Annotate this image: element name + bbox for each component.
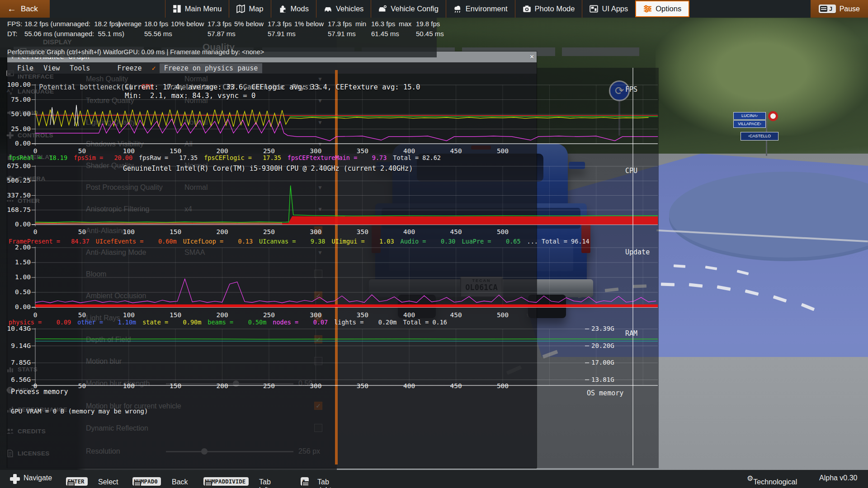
ui-apps-icon	[590, 5, 598, 13]
navigate-hint: Navigate	[24, 474, 52, 482]
window-body	[7, 74, 537, 469]
pause-label: Pause	[840, 5, 860, 13]
stat-fps-value: 17.3 fps	[328, 20, 352, 28]
key-chip-numpaddivide: NUMPADDIVIDE	[203, 477, 249, 486]
bottleneck-line: Potential bottleneck(s): GPU frameLimite…	[14, 75, 321, 99]
hint-label: Select	[98, 478, 118, 486]
menu-item-label: Vehicle Config	[391, 5, 439, 13]
menu-item-label: UI Apps	[602, 5, 628, 13]
window-menu-bar: File View Tools Freeze ✓ Freeze on physi…	[7, 62, 537, 74]
options-icon	[643, 5, 652, 13]
pause-key-icon: J	[819, 5, 836, 13]
stat-header: 10% below	[171, 20, 204, 28]
stat-dt-value: 57.91 ms	[328, 30, 356, 38]
stat-dt-value: 50.45 ms	[416, 30, 444, 38]
hint-label: Back	[172, 478, 188, 486]
direction-sign-castello: ‹ CASTELLO	[741, 132, 778, 141]
stat-header: min	[355, 20, 366, 28]
direction-sign-villapace: VILLAPACE ›	[733, 120, 766, 128]
vehicles-icon	[324, 5, 332, 13]
freeze-on-physics-pause-toggle[interactable]: Freeze on physics pause	[160, 63, 263, 73]
key-chip-enter: ENTER	[66, 477, 88, 486]
bottom-hint-bar: Navigate ⚙ Technological Alpha v0.30 ENT…	[0, 470, 868, 488]
stat-header: average	[117, 20, 142, 28]
keyboard-icon	[205, 481, 212, 487]
stat-fps-value: 16.3 fps	[371, 20, 395, 28]
back-label: Back	[21, 5, 38, 14]
menu-file[interactable]: File	[17, 64, 33, 72]
keyboard-icon	[134, 481, 141, 487]
direction-sign-lucina: LUCINA ›	[733, 112, 766, 120]
key-chip-numpad0: NUMPAD0	[132, 477, 161, 486]
options-scrollbar[interactable]	[335, 70, 338, 465]
menu-item-environment[interactable]: Environment	[446, 0, 515, 18]
stat-fps-value: 18.0 fps	[144, 20, 168, 28]
bottleneck-prefix: Potential bottleneck(s):	[39, 83, 141, 91]
key-chip-*: *	[301, 477, 309, 486]
top-menu: Main MenuMapModsVehiclesVehicle ConfigEn…	[165, 0, 689, 18]
ghost-quality-label: Quality	[203, 42, 235, 52]
hint-label: Tab right	[317, 478, 331, 488]
dt-main: 55.06 ms (unmanaged: 55.1 ms)	[24, 30, 124, 38]
menu-item-ui-apps[interactable]: UI Apps	[582, 0, 635, 18]
photo-mode-icon	[523, 5, 531, 13]
fps-key: FPS:	[7, 20, 22, 28]
environment-icon	[453, 5, 462, 13]
menu-view[interactable]: View	[43, 64, 60, 72]
menu-item-options[interactable]: Options	[635, 0, 689, 17]
menu-item-mods[interactable]: Mods	[271, 0, 316, 18]
menu-item-map[interactable]: Map	[229, 0, 270, 18]
stat-fps-value: 17.3 fps	[268, 20, 292, 28]
menu-item-label: Mods	[291, 5, 309, 13]
close-icon[interactable]: ✕	[530, 52, 534, 61]
mods-icon	[278, 5, 287, 13]
menu-item-label: Options	[656, 5, 681, 13]
fps-main: 18.2 fps (unmanaged: 18.2 fps)	[24, 20, 121, 28]
keyboard-icon	[302, 481, 309, 487]
stat-dt-value: 55.56 ms	[144, 30, 172, 38]
stat-fps-value: 19.8 fps	[416, 20, 440, 28]
main-menu-icon	[173, 5, 181, 13]
bottleneck-gpu: GPU	[141, 83, 153, 91]
bottleneck-others: frameLimiter CPU GameEngine Physics	[153, 83, 321, 91]
pause-button[interactable]: JPause	[811, 0, 868, 18]
menu-item-vehicles[interactable]: Vehicles	[316, 0, 371, 18]
hint-label: Tab left	[259, 478, 271, 488]
stat-dt-value: 57.87 ms	[208, 30, 236, 38]
road-dash	[661, 282, 675, 286]
menu-item-photo-mode[interactable]: Photo Mode	[515, 0, 582, 18]
back-button[interactable]: ←Back	[0, 0, 50, 18]
theme-label: ⚙ Technological	[747, 474, 753, 483]
dt-key: DT:	[7, 30, 18, 38]
checkmark-icon: ✓	[152, 64, 156, 72]
stat-header: 1% below	[294, 20, 324, 28]
menu-item-main-menu[interactable]: Main Menu	[165, 0, 229, 18]
vehicle-config-icon	[378, 5, 387, 13]
tab-stub[interactable]	[562, 47, 639, 56]
stat-header: 5% below	[234, 20, 264, 28]
graph-cursor-line	[632, 68, 633, 465]
back-arrow-icon: ←	[7, 4, 16, 14]
stat-dt-value: 61.45 ms	[371, 30, 399, 38]
prohibition-sign-icon	[768, 111, 778, 121]
stat-fps-value: 17.3 fps	[208, 20, 231, 28]
top-bar: ←BackMain MenuMapModsVehiclesVehicle Con…	[0, 0, 868, 18]
keyboard-icon	[67, 481, 75, 487]
menu-item-label: Environment	[466, 5, 508, 13]
menu-item-label: Vehicles	[336, 5, 363, 13]
performance-graph-window: ▼ Performance Graph ✕ File View Tools Fr…	[7, 51, 537, 468]
menu-tools[interactable]: Tools	[70, 64, 90, 72]
map-icon	[236, 5, 245, 13]
menu-item-vehicle-config[interactable]: Vehicle Config	[371, 0, 446, 18]
screen: ⟳ LUCINA › VILLAPACE › ‹ CASTELLO TECAN …	[0, 0, 868, 488]
dpad-icon	[10, 474, 20, 484]
freeze-button[interactable]: Freeze	[117, 64, 142, 72]
stat-dt-value: 57.91 ms	[268, 30, 296, 38]
menu-item-label: Photo Mode	[535, 5, 575, 13]
version-label: Alpha v0.30	[819, 474, 858, 482]
menu-item-label: Map	[249, 5, 263, 13]
stat-header: max	[399, 20, 411, 28]
ghost-display-label: DISPLAY	[43, 38, 72, 46]
menu-item-label: Main Menu	[185, 5, 222, 13]
